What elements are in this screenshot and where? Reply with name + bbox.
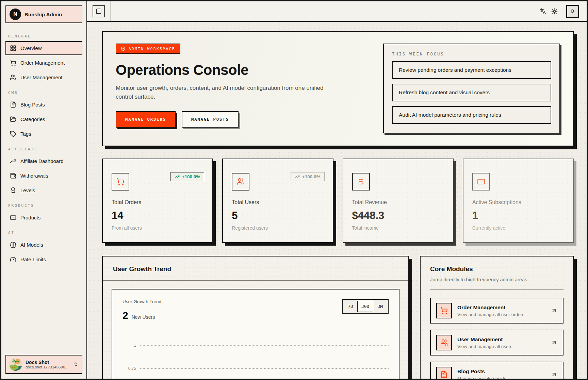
- sidebar-item-label: Affiliate Dashboard: [20, 158, 63, 164]
- sidebar-item-user-management[interactable]: User Management: [5, 70, 82, 84]
- topbar: D: [87, 1, 587, 22]
- stat-value: 14: [112, 210, 203, 222]
- new-users-label: New Users: [132, 314, 155, 320]
- sidebar-item-blog-posts[interactable]: Blog Posts: [5, 98, 82, 112]
- page-title: Operations Console: [116, 62, 327, 78]
- file-text-icon: [436, 367, 452, 379]
- dotted-gridline: [140, 345, 389, 346]
- sidebar-item-rate-limits[interactable]: Rate Limits: [5, 252, 82, 266]
- trend-badge-value: +100.0%: [302, 174, 321, 179]
- account-menu-button[interactable]: D: [566, 5, 579, 18]
- sidebar-item-order-management[interactable]: Order Management: [5, 56, 82, 70]
- language-switcher-button[interactable]: [537, 5, 549, 17]
- sidebar-nav: GENERAL Overview Order Management User M…: [5, 28, 82, 351]
- manage-posts-button[interactable]: MANAGE POSTS: [182, 111, 239, 128]
- user-id: docs.shot.1773149590...: [26, 365, 70, 369]
- stat-card-total-users: +100.0% Total Users 5 Registered users: [222, 159, 333, 243]
- range-button-7d[interactable]: 7D: [344, 301, 357, 312]
- manage-orders-button[interactable]: MANAGE ORDERS: [116, 111, 176, 128]
- modules-subtitle: Jump directly to high-frequency admin ar…: [430, 277, 564, 282]
- chart-panel: User Growth Trend 2 New Users 7D 30D 3M: [112, 289, 399, 379]
- gridline-row: 0.75: [122, 366, 389, 371]
- module-text: Blog Posts Manage your blog posts: [457, 368, 506, 379]
- trending-up-icon: [175, 174, 180, 179]
- sidebar-item-levels[interactable]: Levels: [5, 183, 82, 197]
- stat-value: 1: [472, 210, 564, 222]
- new-users-value: 2: [122, 310, 128, 321]
- sidebar-item-tags[interactable]: Tags: [5, 127, 82, 141]
- divider: [430, 289, 564, 290]
- core-modules-card: Core Modules Jump directly to high-frequ…: [420, 256, 574, 379]
- avatar: [9, 358, 22, 371]
- nav-section-affiliate: AFFILIATE: [8, 147, 80, 151]
- stat-value: $448.3: [352, 210, 444, 222]
- module-text: Order Management View and manage all use…: [457, 304, 524, 317]
- credit-card-icon: [472, 173, 490, 191]
- module-title: Order Management: [457, 304, 524, 311]
- theme-toggle-button[interactable]: [549, 5, 560, 17]
- bottom-row: User Growth Trend User Growth Trend 2 Ne…: [102, 256, 574, 379]
- credit-card-icon: [10, 214, 16, 221]
- brand-logo: N: [10, 9, 21, 20]
- hero-card: ADMIN WORKSPACE Operations Console Monit…: [102, 31, 574, 146]
- grid-icon: [10, 45, 16, 51]
- languages-icon: [540, 8, 546, 15]
- module-text: User Management View and manage all user…: [457, 336, 512, 349]
- chart-range-control: 7D 30D 3M: [342, 299, 389, 314]
- range-button-3m[interactable]: 3M: [373, 301, 387, 312]
- gridline-row: 1: [122, 343, 389, 348]
- brand-header[interactable]: N Bunship Admin: [5, 5, 82, 23]
- main-content: ADMIN WORKSPACE Operations Console Monit…: [87, 22, 587, 379]
- trend-badge: +100.0%: [291, 172, 325, 181]
- hero-actions: MANAGE ORDERS MANAGE POSTS: [116, 111, 327, 128]
- stat-value: 5: [232, 210, 324, 222]
- sidebar-item-label: Categories: [20, 116, 45, 122]
- chart-plot-area: 1 0.75: [122, 333, 389, 379]
- stat-label: Active Subscriptions: [472, 199, 564, 205]
- chevrons-up-down-icon: [73, 362, 79, 367]
- sidebar-item-withdrawals[interactable]: Withdrawals: [5, 169, 82, 183]
- nav-section-products: PRODUCTS: [8, 203, 80, 208]
- sidebar-item-categories[interactable]: Categories: [5, 112, 82, 126]
- user-meta: Docs Shot docs.shot.1773149590...: [26, 360, 70, 369]
- brand-name: Bunship Admin: [24, 12, 62, 17]
- chart-card-title: User Growth Trend: [113, 265, 398, 273]
- admin-app-window: N Bunship Admin GENERAL Overview Order M…: [0, 0, 588, 380]
- modules-title: Core Modules: [430, 265, 564, 273]
- chart-label: User Growth Trend: [122, 299, 161, 304]
- sidebar-item-label: User Management: [20, 75, 62, 80]
- sidebar-item-label: Products: [20, 215, 40, 220]
- module-item-user-management[interactable]: User Management View and manage all user…: [430, 330, 564, 356]
- stat-card-total-orders: +100.0% Total Orders 14 From all users: [102, 159, 213, 243]
- module-item-blog-posts[interactable]: Blog Posts Manage your blog posts: [430, 362, 564, 379]
- sidebar-item-overview[interactable]: Overview: [5, 41, 82, 55]
- content-column: D ADMIN WORKSPACE Operations Console Mon…: [87, 1, 587, 379]
- divider: [103, 280, 408, 281]
- users-icon: [232, 173, 249, 191]
- sidebar-item-label: Withdrawals: [20, 173, 48, 179]
- stats-row: +100.0% Total Orders 14 From all users +…: [102, 159, 574, 243]
- this-week-focus-panel: THIS WEEK FOCUS Review pending orders an…: [383, 44, 560, 133]
- panel-left-icon: [96, 8, 102, 14]
- sun-icon: [551, 8, 558, 15]
- nav-section-ai: AI: [8, 231, 80, 235]
- sidebar-toggle-button[interactable]: [93, 5, 105, 17]
- stat-label: Total Revenue: [352, 199, 444, 205]
- dollar-icon: [352, 173, 370, 191]
- range-button-30d[interactable]: 30D: [357, 301, 373, 312]
- arrow-up-right-icon: [551, 307, 557, 314]
- cart-icon: [10, 60, 16, 66]
- admin-workspace-badge: ADMIN WORKSPACE: [116, 44, 180, 54]
- focus-panel-label: THIS WEEK FOCUS: [392, 52, 551, 56]
- module-item-order-management[interactable]: Order Management View and manage all use…: [430, 298, 564, 324]
- sidebar-item-affiliate-dashboard[interactable]: Affiliate Dashboard: [5, 154, 82, 168]
- dotted-gridline: [140, 368, 389, 369]
- focus-item: Review pending orders and payment except…: [392, 61, 551, 79]
- stat-label: Total Orders: [112, 199, 203, 205]
- sidebar-item-ai-models[interactable]: AI Models: [5, 238, 82, 252]
- sidebar-user-card[interactable]: Docs Shot docs.shot.1773149590...: [5, 355, 82, 374]
- sidebar-item-products[interactable]: Products: [5, 211, 82, 225]
- shield-check-icon: [121, 46, 126, 51]
- module-description: View and manage all users: [457, 344, 512, 349]
- hero-description: Monitor user growth, orders, content, an…: [116, 84, 327, 101]
